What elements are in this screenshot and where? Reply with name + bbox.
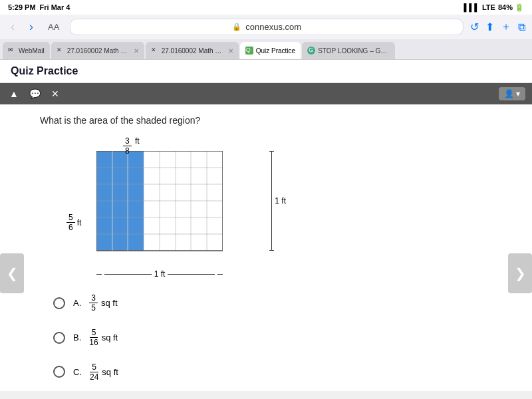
time-display: 5:29 PM <box>8 3 36 11</box>
choice-b-unit: sq ft <box>102 332 118 342</box>
right-label: 1 ft <box>271 151 286 251</box>
tab-label-webmail: WebMail <box>19 47 45 55</box>
quiz-title: Quiz Practice <box>11 65 78 76</box>
tab-close-math2[interactable]: ✕ <box>228 47 233 55</box>
lte-label: LTE <box>482 3 495 11</box>
answer-choices: A. 3 5 sq ft B. 5 <box>40 293 499 391</box>
date-display: Fri Mar 4 <box>40 3 70 11</box>
diagram: 3 8 ft 5 6 ft <box>60 136 259 260</box>
left-fraction-den: 6 <box>68 223 73 232</box>
share-button[interactable]: ⬆ <box>485 21 494 33</box>
tab-favicon-math1: ✕ <box>57 47 65 55</box>
comment-tool-button[interactable]: 💬 <box>27 87 43 100</box>
choice-b-num: 5 <box>90 328 98 338</box>
choice-b: B. 5 16 sq ft <box>53 328 485 348</box>
question-area: What is the area of the shaded region? 3… <box>0 104 532 391</box>
tab-label-math2: 27.0160002 Math 5 B:... <box>162 47 224 55</box>
top-fraction-den: 8 <box>125 146 130 156</box>
browser-chrome: ‹ › AA 🔒 connexus.com ↺ ⬆ ＋ ⧉ ✉ WebMail … <box>0 15 532 60</box>
radio-c[interactable] <box>53 366 65 378</box>
lock-icon: 🔒 <box>232 23 241 31</box>
choice-c-label: C. <box>73 367 82 377</box>
right-label-text: 1 ft <box>275 196 286 205</box>
choice-b-den: 16 <box>89 338 98 347</box>
top-fraction-unit: ft <box>135 136 140 146</box>
tab-favicon-quiz: Q <box>245 47 253 55</box>
close-tool-button[interactable]: ✕ <box>49 87 62 100</box>
choice-a-label: A. <box>73 298 81 308</box>
choice-c-unit: sq ft <box>102 367 118 377</box>
tab-webmail[interactable]: ✉ WebMail <box>3 42 50 59</box>
action-buttons: ↺ ⬆ ＋ ⧉ <box>470 20 525 34</box>
tab-label-quiz: Quiz Practice <box>256 47 295 55</box>
back-button[interactable]: ‹ <box>7 19 19 35</box>
signal-icon: ▌▌▌ <box>464 3 479 11</box>
tab-math1[interactable]: ✕ 27.0160002 Math 5 B:... ✕ <box>51 42 144 59</box>
cursor-tool-button[interactable]: ▲ <box>7 87 21 100</box>
quiz-toolbar: ▲ 💬 ✕ 👤 ▾ <box>0 83 532 104</box>
left-fraction-num: 5 <box>66 213 75 223</box>
reload-button[interactable]: ↺ <box>470 21 479 33</box>
next-question-button[interactable]: ❯ <box>508 253 532 293</box>
page-content: Quiz Practice ▲ 💬 ✕ 👤 ▾ ❮ What is the ar… <box>0 60 532 391</box>
nav-bar: ‹ › AA 🔒 connexus.com ↺ ⬆ ＋ ⧉ <box>0 15 532 39</box>
tab-favicon-math2: ✕ <box>151 47 159 55</box>
tab-math2[interactable]: ✕ 27.0160002 Math 5 B:... ✕ <box>146 42 239 59</box>
bottom-label: 1 ft <box>96 269 223 279</box>
quiz-page-header: Quiz Practice <box>0 60 532 83</box>
choice-a-den: 5 <box>91 303 96 313</box>
tab-label-stop: STOP LOOKING – Googl... <box>318 47 390 55</box>
radio-a[interactable] <box>53 297 65 309</box>
question-text: What is the area of the shaded region? <box>40 115 499 126</box>
reader-button[interactable]: AA <box>44 21 63 33</box>
choice-a-content: 3 5 sq ft <box>89 293 117 313</box>
tabs-bar: ✉ WebMail ✕ 27.0160002 Math 5 B:... ✕ ✕ … <box>0 39 532 59</box>
tab-favicon-webmail: ✉ <box>8 47 16 55</box>
top-fraction-label: 3 8 ft <box>123 136 140 156</box>
tab-quiz[interactable]: Q Quiz Practice <box>240 42 301 59</box>
new-tab-button[interactable]: ＋ <box>501 20 511 34</box>
grid-svg <box>96 151 223 257</box>
url-display: connexus.com <box>245 22 301 32</box>
toolbar-left: ▲ 💬 ✕ <box>7 87 62 100</box>
radio-b[interactable] <box>53 332 65 344</box>
choice-c-content: 5 24 sq ft <box>90 362 118 382</box>
user-menu-button[interactable]: 👤 ▾ <box>499 87 525 100</box>
address-bar[interactable]: 🔒 connexus.com <box>70 19 464 35</box>
choice-c-den: 24 <box>90 372 98 382</box>
tab-stop[interactable]: G STOP LOOKING – Googl... <box>302 42 395 59</box>
tab-favicon-stop: G <box>307 47 315 55</box>
choice-b-content: 5 16 sq ft <box>89 328 118 348</box>
question-wrapper: ❮ What is the area of the shaded region?… <box>0 104 532 391</box>
choice-a-unit: sq ft <box>101 298 118 308</box>
battery-display: 84% 🔋 <box>498 3 524 12</box>
tab-close-math1[interactable]: ✕ <box>134 47 139 55</box>
left-fraction-unit: ft <box>77 218 82 227</box>
status-bar: 5:29 PM Fri Mar 4 ▌▌▌ LTE 84% 🔋 <box>0 0 532 15</box>
bottom-label-text: 1 ft <box>154 269 166 279</box>
tabs-overview-button[interactable]: ⧉ <box>518 21 525 33</box>
choice-c-num: 5 <box>90 362 98 372</box>
top-fraction-num: 3 <box>123 136 132 146</box>
prev-question-button[interactable]: ❮ <box>0 253 24 293</box>
choice-a: A. 3 5 sq ft <box>53 293 485 313</box>
tab-label-math1: 27.0160002 Math 5 B:... <box>67 47 130 55</box>
choice-b-label: B. <box>73 332 81 342</box>
choice-a-num: 3 <box>89 293 98 303</box>
forward-button[interactable]: › <box>25 19 37 35</box>
choice-c: C. 5 24 sq ft <box>53 362 485 382</box>
left-fraction-label: 5 6 ft <box>66 213 81 233</box>
